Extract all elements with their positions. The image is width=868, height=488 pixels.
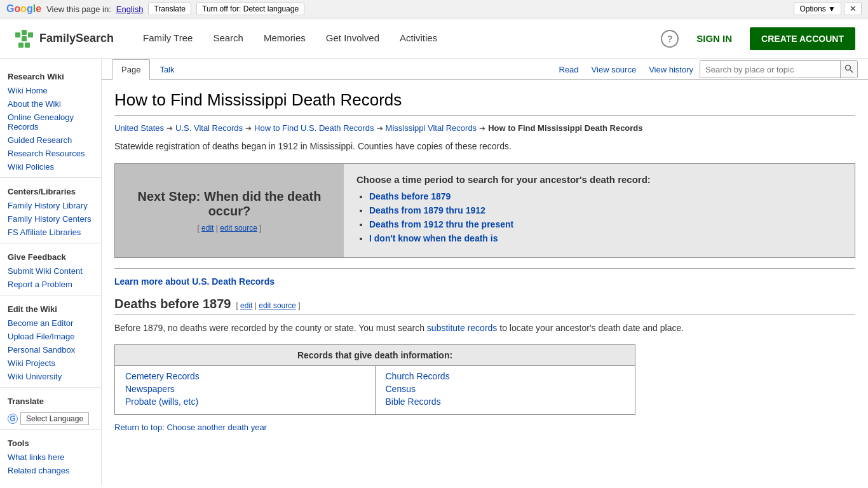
- decision-box: Next Step: When did the death occur? [ e…: [114, 163, 855, 258]
- sidebar-link-wiki-university[interactable]: Wiki University: [0, 370, 101, 383]
- svg-rect-3: [28, 32, 33, 37]
- sidebar-section-tools: Tools: [0, 433, 101, 451]
- tab-page[interactable]: Page: [112, 59, 150, 80]
- sidebar-link-about[interactable]: About the Wiki: [0, 97, 101, 111]
- bible-records-link[interactable]: Bible Records: [386, 396, 625, 407]
- sidebar-section-research-wiki: Research Wiki: [0, 67, 101, 84]
- sidebar-link-fhl[interactable]: Family History Library: [0, 199, 101, 212]
- sidebar-section-centers: Centers/Libraries: [0, 182, 101, 199]
- section-text-after: to locate your ancestor's death date and…: [497, 323, 684, 333]
- sidebar-link-wiki-home[interactable]: Wiki Home: [0, 84, 101, 97]
- familysearch-logo-icon: [13, 27, 36, 50]
- decision-right-title: Choose a time period to search for your …: [356, 174, 842, 185]
- sidebar-link-report-problem[interactable]: Report a Problem: [0, 278, 101, 291]
- section-heading-text: Deaths before 1879: [114, 297, 231, 311]
- sidebar-link-research-resources[interactable]: Research Resources: [0, 147, 101, 160]
- sidebar-section-translate: Translate: [0, 391, 101, 409]
- deaths-1879-1912-link[interactable]: Deaths from 1879 thru 1912: [369, 205, 485, 215]
- wiki-search-button[interactable]: [840, 61, 857, 78]
- close-btn[interactable]: ✕: [844, 3, 862, 15]
- logo[interactable]: FamilySearch: [13, 27, 114, 50]
- nav-activities[interactable]: Activities: [390, 18, 447, 59]
- sidebar-divider-4: [0, 387, 101, 388]
- action-view-source[interactable]: View source: [585, 60, 643, 79]
- sidebar-link-affiliate[interactable]: FS Affiliate Libraries: [0, 226, 101, 239]
- section-edit: [ edit | edit source ]: [236, 301, 300, 310]
- substitute-records-link[interactable]: substitute records: [427, 323, 498, 333]
- search-icon: [844, 64, 853, 73]
- newspapers-link[interactable]: Newspapers: [125, 384, 365, 394]
- main-nav: Family Tree Search Memories Get Involved…: [133, 18, 661, 59]
- cemetery-records-link[interactable]: Cemetery Records: [125, 371, 365, 381]
- learn-more-link[interactable]: Learn more about U.S. Death Records: [114, 268, 855, 287]
- svg-rect-6: [25, 43, 30, 48]
- select-language-btn[interactable]: Select Language: [20, 412, 89, 425]
- logo-text: FamilySearch: [39, 32, 114, 45]
- wiki-search-input[interactable]: [700, 61, 840, 78]
- deaths-1912-present-link[interactable]: Deaths from 1912 thru the present: [369, 219, 513, 229]
- sidebar-link-become-editor[interactable]: Become an Editor: [0, 316, 101, 330]
- help-button[interactable]: ?: [661, 30, 679, 48]
- sidebar-link-wiki-projects[interactable]: Wiki Projects: [0, 356, 101, 370]
- tab-search-area: Read View source View history: [553, 59, 858, 79]
- nav-memories[interactable]: Memories: [254, 18, 316, 59]
- decision-option-4: I don't know when the death is: [369, 233, 842, 243]
- nav-get-involved[interactable]: Get Involved: [316, 18, 390, 59]
- sidebar-link-what-links[interactable]: What links here: [0, 451, 101, 464]
- sidebar-link-related-changes[interactable]: Related changes: [0, 464, 101, 477]
- breadcrumb-arrow-1: ➔: [166, 124, 173, 133]
- sidebar-divider-5: [0, 429, 101, 430]
- wiki-search-box: [700, 60, 858, 78]
- nav-search[interactable]: Search: [203, 18, 254, 59]
- article-intro: Statewide registration of deaths began i…: [114, 139, 855, 153]
- turn-off-btn[interactable]: Turn off for: Detect language: [196, 3, 304, 15]
- deaths-unknown-link[interactable]: I don't know when the death is: [369, 233, 498, 243]
- breadcrumb-vital-records[interactable]: U.S. Vital Records: [175, 123, 243, 133]
- deaths-before-1879-link[interactable]: Deaths before 1879: [369, 191, 451, 201]
- google-logo: Google: [6, 3, 41, 15]
- decision-options-list: Deaths before 1879 Deaths from 1879 thru…: [356, 191, 842, 243]
- svg-rect-4: [22, 36, 27, 41]
- church-records-link[interactable]: Church Records: [386, 371, 625, 381]
- breadcrumb-death-records[interactable]: How to Find U.S. Death Records: [254, 123, 374, 133]
- sidebar-link-wiki-policies[interactable]: Wiki Policies: [0, 160, 101, 173]
- sidebar-link-sandbox[interactable]: Personal Sandbox: [0, 343, 101, 356]
- records-col-left: Cemetery Records Newspapers Probate (wil…: [115, 365, 376, 414]
- translate-lang-link[interactable]: English: [116, 4, 144, 14]
- action-view-history[interactable]: View history: [642, 60, 700, 79]
- section-text: Before 1879, no deaths were recorded by …: [114, 321, 855, 335]
- sidebar: Research Wiki Wiki Home About the Wiki O…: [0, 59, 102, 485]
- decision-option-2: Deaths from 1879 thru 1912: [369, 205, 842, 215]
- decision-option-1: Deaths before 1879: [369, 191, 842, 201]
- probate-link[interactable]: Probate (wills, etc): [125, 396, 365, 407]
- section-edit-source-link[interactable]: edit source: [259, 301, 296, 310]
- decision-box-left: Next Step: When did the death occur? [ e…: [115, 164, 344, 257]
- nav-family-tree[interactable]: Family Tree: [133, 18, 203, 59]
- create-account-button[interactable]: CREATE ACCOUNT: [750, 27, 855, 50]
- breadcrumb-us[interactable]: United States: [114, 123, 164, 133]
- section-deaths-before-1879: Deaths before 1879 [ edit | edit source …: [114, 297, 855, 315]
- sidebar-link-upload[interactable]: Upload File/Image: [0, 330, 101, 343]
- records-table: Records that give death information: Cem…: [114, 344, 635, 415]
- breadcrumb-ms-vital[interactable]: Mississippi Vital Records: [386, 123, 477, 133]
- options-btn[interactable]: Options ▼: [794, 3, 841, 15]
- svg-line-8: [850, 70, 853, 72]
- sidebar-section-feedback: Give Feedback: [0, 247, 101, 264]
- svg-rect-1: [15, 32, 20, 37]
- section-edit-link[interactable]: edit: [240, 301, 252, 310]
- return-top-link[interactable]: Return to top: Choose another death year: [114, 423, 855, 432]
- sidebar-divider-2: [0, 243, 101, 243]
- sidebar-link-guided-research[interactable]: Guided Research: [0, 133, 101, 147]
- sidebar-link-submit-wiki[interactable]: Submit Wiki Content: [0, 264, 101, 278]
- census-link[interactable]: Census: [386, 384, 625, 394]
- sign-in-button[interactable]: SIGN IN: [689, 28, 740, 49]
- action-read[interactable]: Read: [553, 60, 585, 79]
- decision-box-edit: [ edit | edit source ]: [197, 224, 261, 233]
- translate-btn[interactable]: Translate: [148, 3, 191, 15]
- sidebar-link-genealogy-records[interactable]: Online Genealogy Records: [0, 111, 101, 133]
- sidebar-link-fhc[interactable]: Family History Centers: [0, 212, 101, 226]
- decision-edit-link[interactable]: edit: [201, 224, 214, 233]
- breadcrumb-current: How to Find Mississippi Death Records: [488, 123, 642, 133]
- decision-edit-source-link[interactable]: edit source: [220, 224, 257, 233]
- tab-talk[interactable]: Talk: [150, 59, 184, 80]
